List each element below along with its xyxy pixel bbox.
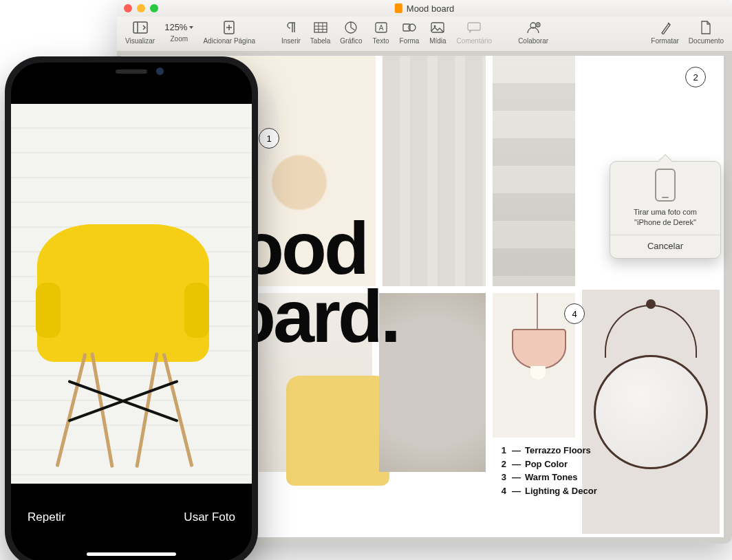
chart-icon bbox=[342, 21, 360, 34]
marker-1: 1 bbox=[259, 128, 279, 149]
svg-text:A: A bbox=[378, 24, 383, 32]
image-mirror bbox=[582, 290, 720, 534]
view-button[interactable]: Visualizar bbox=[125, 21, 155, 45]
legend-row: 1—Terrazzo Floors bbox=[499, 444, 597, 457]
retake-button[interactable]: Repetir bbox=[28, 510, 65, 524]
legend-row: 4—Lighting & Decor bbox=[499, 484, 597, 498]
iphone-notch bbox=[73, 63, 190, 83]
document-button[interactable]: Documento bbox=[689, 21, 724, 45]
window-title-text: Mood board bbox=[407, 3, 454, 14]
comment-button: Comentário bbox=[456, 21, 492, 45]
chart-button[interactable]: Gráfico bbox=[340, 21, 362, 45]
document-panel-icon bbox=[697, 21, 715, 34]
popover-message: Tirar uma foto com "iPhone de Derek" bbox=[610, 202, 720, 235]
image-lamp bbox=[493, 293, 575, 438]
zoom-icon[interactable] bbox=[150, 4, 158, 12]
zoom-value: 125% bbox=[164, 21, 193, 32]
legend-row: 3—Warm Tones bbox=[499, 471, 597, 484]
close-icon[interactable] bbox=[124, 4, 132, 12]
shape-icon bbox=[400, 21, 418, 34]
titlebar: Mood board bbox=[117, 0, 732, 17]
table-icon bbox=[312, 21, 330, 34]
svg-point-16 bbox=[434, 25, 436, 28]
collaborate-button[interactable]: Colaborar bbox=[518, 21, 548, 45]
svg-rect-5 bbox=[314, 23, 327, 32]
add-page-button[interactable]: Adicionar Página bbox=[203, 21, 255, 45]
use-photo-button[interactable]: Usar Foto bbox=[184, 510, 235, 524]
camera-photo-preview bbox=[11, 104, 252, 484]
legend: 1—Terrazzo Floors 2—Pop Color 3—Warm Ton… bbox=[499, 444, 597, 497]
svg-rect-17 bbox=[468, 23, 480, 30]
shape-button[interactable]: Forma bbox=[400, 21, 420, 45]
text-icon: A bbox=[372, 21, 390, 34]
toolbar: Visualizar 125% Zoom Adicionar Página In… bbox=[117, 17, 732, 56]
text-button[interactable]: A Texto bbox=[372, 21, 390, 45]
continuity-camera-popover: Tirar uma foto com "iPhone de Derek" Can… bbox=[610, 161, 721, 259]
marker-4: 4 bbox=[564, 303, 585, 324]
comment-icon bbox=[465, 21, 483, 34]
table-button[interactable]: Tabela bbox=[310, 21, 330, 45]
format-icon bbox=[656, 21, 674, 34]
media-icon bbox=[429, 21, 446, 34]
home-indicator[interactable] bbox=[87, 552, 176, 556]
minimize-icon[interactable] bbox=[137, 4, 145, 12]
media-button[interactable]: Mídia bbox=[429, 21, 446, 45]
phone-icon bbox=[655, 169, 676, 202]
insert-button[interactable]: Inserir bbox=[281, 21, 301, 45]
window-controls bbox=[124, 4, 158, 12]
add-page-icon bbox=[220, 21, 238, 34]
legend-row: 2—Pop Color bbox=[499, 457, 597, 471]
image-concrete bbox=[493, 56, 575, 286]
format-button[interactable]: Formatar bbox=[651, 21, 679, 45]
iphone-device: Repetir Usar Foto bbox=[5, 56, 258, 560]
paragraph-icon bbox=[282, 21, 300, 34]
document-icon bbox=[395, 3, 402, 13]
cancel-button[interactable]: Cancelar bbox=[610, 235, 720, 258]
view-icon bbox=[131, 21, 149, 34]
marker-2: 2 bbox=[685, 67, 706, 87]
collaborate-icon bbox=[524, 21, 542, 34]
window-title: Mood board bbox=[395, 3, 454, 14]
zoom-button[interactable]: 125% Zoom bbox=[164, 21, 193, 45]
camera-action-bar: Repetir Usar Foto bbox=[11, 484, 252, 560]
